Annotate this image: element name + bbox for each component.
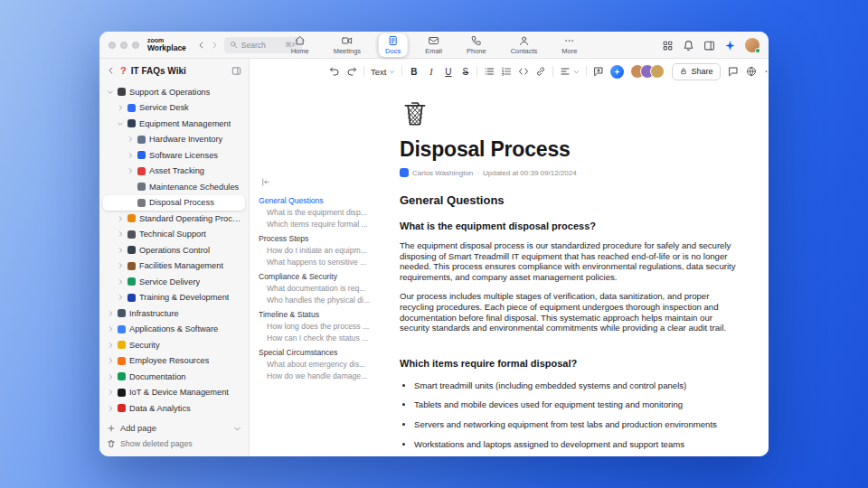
chevron-right-icon[interactable] [107,325,114,333]
bold-button[interactable]: B [409,67,419,77]
toc-item-what-about-emergency-dis[interactable]: What about emergency dis... [259,359,382,371]
sidebar-item-asset-tracking[interactable]: Asset Tracking [103,164,245,180]
code-icon[interactable] [518,66,529,77]
toc-item-what-documentation-is-req[interactable]: What documentation is req... [259,283,382,295]
user-avatar[interactable] [745,38,760,52]
question-heading-2[interactable]: Which items require formal disposal? [400,358,738,369]
toc-item-who-handles-the-physical-di[interactable]: Who handles the physical di... [259,295,382,306]
maximize-button[interactable] [132,42,139,49]
chevron-down-icon[interactable] [107,89,114,96]
sidebar-item-service-desk[interactable]: Service Desk [103,100,245,117]
underline-button[interactable]: U [443,67,453,77]
nav-tab-docs[interactable]: Docs [379,33,407,57]
strikethrough-button[interactable]: S [460,67,470,77]
toc-item-process-steps[interactable]: Process Steps [259,233,382,245]
sidebar-item-software-licenses[interactable]: Software Licenses [103,147,245,164]
sidebar-item-technical-support[interactable]: Technical Support [103,227,245,243]
question-heading-1[interactable]: What is the equipment disposal process? [400,221,738,231]
chevron-right-icon[interactable] [107,405,114,412]
chevron-right-icon[interactable] [117,230,124,238]
apps-icon[interactable] [662,40,674,52]
nav-tab-email[interactable]: Email [419,33,448,57]
share-button[interactable]: Share [672,63,721,80]
nav-tab-home[interactable]: Home [285,33,316,57]
chevron-down-icon[interactable] [117,120,124,127]
nav-tab-more[interactable]: More [555,33,583,57]
notifications-bell-icon[interactable] [683,40,694,52]
close-button[interactable] [108,42,116,49]
sidebar-item-security[interactable]: Security [103,337,245,353]
toc-item-how-do-we-handle-damage[interactable]: How do we handle damage... [259,371,382,382]
chevron-right-icon[interactable] [107,310,114,317]
collapse-sidebar-icon[interactable] [231,66,241,76]
toc-item-special-circumstances[interactable]: Special Circumstances [259,347,382,359]
sidebar-item-service-delivery[interactable]: Service Delivery [103,274,245,290]
toc-item-what-happens-to-sensitive[interactable]: What happens to sensitive ... [259,257,382,268]
back-button[interactable] [195,39,208,52]
toc-item-how-long-does-the-process[interactable]: How long does the process ... [259,321,382,333]
more-options-icon[interactable] [764,66,769,77]
sidebar-item-iot-device-management[interactable]: IoT & Device Management [103,385,245,401]
chevron-right-icon[interactable] [117,294,124,301]
chevron-right-icon[interactable] [117,278,124,286]
sidebar-item-documentation[interactable]: Documentation [103,369,245,385]
add-comment-icon[interactable] [593,66,604,77]
nav-tab-meetings[interactable]: Meetings [327,33,367,57]
toc-item-how-can-i-check-the-status[interactable]: How can I check the status ... [259,333,382,344]
chevron-down-icon[interactable] [233,425,241,433]
chevron-right-icon[interactable] [117,104,124,111]
chevron-right-icon[interactable] [117,215,124,222]
sidebar-item-infrastructure[interactable]: Infrastructure [103,305,245,322]
sidebar-item-support-operations[interactable]: Support & Operations [103,84,245,100]
sidebar-item-hardware-inventory[interactable]: Hardware Inventory [103,132,245,148]
undo-icon[interactable] [329,66,340,77]
toc-item-general-questions[interactable]: General Questions [259,195,382,207]
minimize-button[interactable] [120,42,127,49]
nav-tab-contacts[interactable]: Contacts [505,33,544,57]
sidebar-item-disposal-process[interactable]: Disposal Process [103,195,245,211]
toc-item-timeline-status[interactable]: Timeline & Status [259,309,382,321]
toc-item-compliance-security[interactable]: Compliance & Security [259,271,382,283]
paragraph[interactable]: The equipment disposal process is our st… [400,240,738,282]
toc-item-which-items-require-formal[interactable]: Which items require formal ... [259,219,382,230]
chevron-right-icon[interactable] [117,247,124,254]
chevron-right-icon[interactable] [117,262,124,269]
sidebar-item-equipment-management[interactable]: Equipment Management [103,116,245,132]
publish-globe-icon[interactable] [746,66,757,77]
toc-item-what-is-the-equipment-disp[interactable]: What is the equipment disp... [259,207,382,219]
text-style-dropdown[interactable]: Text [371,67,395,77]
sidebar-item-employee-resources[interactable]: Employee Resources [103,353,245,370]
collaborator-avatar[interactable] [650,64,665,79]
italic-button[interactable]: I [426,67,436,77]
side-panel-icon[interactable] [703,40,715,52]
ai-companion-button[interactable] [610,65,624,79]
sidebar-item-applications-software[interactable]: Applications & Software [103,322,245,338]
chevron-right-icon[interactable] [127,152,134,159]
forward-button[interactable] [208,39,221,52]
add-page-button[interactable]: Add page [107,424,241,433]
chevron-right-icon[interactable] [107,357,114,364]
link-icon[interactable] [535,66,546,77]
numbered-list-icon[interactable] [501,66,512,77]
nav-tab-phone[interactable]: Phone [460,33,493,57]
chevron-right-icon[interactable] [107,373,114,380]
chevron-right-icon[interactable] [127,167,134,174]
align-dropdown[interactable] [560,66,580,77]
chevron-right-icon[interactable] [127,136,134,143]
sidebar-item-operations-control[interactable]: Operations Control [103,242,245,258]
sidebar-item-data-analytics[interactable]: Data & Analytics [103,400,245,417]
section-heading-general-questions[interactable]: General Questions [400,193,738,207]
toc-item-how-do-i-initiate-an-equipm[interactable]: How do I initiate an equipm... [259,245,382,257]
sidebar-item-training-development[interactable]: Training & Development [103,290,245,306]
paragraph[interactable]: Our process includes multiple stages of … [400,291,738,333]
sidebar-item-maintenance-schedules[interactable]: Maintenance Schedules [103,179,245,195]
sidebar-back-icon[interactable] [107,66,116,75]
comments-panel-icon[interactable] [728,66,739,77]
page-title[interactable]: Disposal Process [400,137,738,162]
redo-icon[interactable] [346,66,357,77]
sidebar-item-facilities-management[interactable]: Facilities Management [103,258,245,275]
chevron-right-icon[interactable] [107,342,114,349]
ai-companion-icon[interactable] [724,40,736,52]
show-deleted-pages-button[interactable]: Show deleted pages [107,439,241,448]
collapse-toc-icon[interactable] [260,177,270,187]
